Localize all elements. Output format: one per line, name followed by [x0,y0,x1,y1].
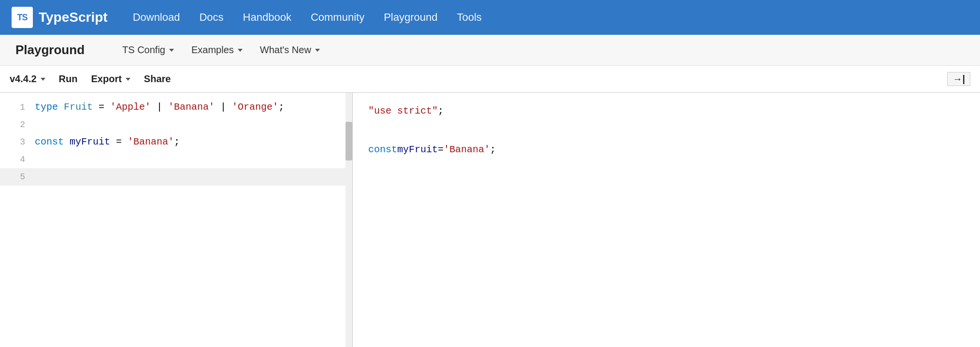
semi-2: ; [174,136,180,147]
whats-new-chevron-icon [315,49,320,52]
output-empty [368,121,374,140]
code-line-4: 4 [0,151,352,168]
code-content-1: type Fruit = 'Apple' | 'Banana' | 'Orang… [35,99,345,116]
version-selector[interactable]: v4.4.2 [10,73,45,85]
javascript-output: "use strict"; const myFruit = 'Banana'; [353,93,980,347]
whats-new-label: What's New [260,44,311,56]
keyword-const-out: const [368,140,397,159]
code-line-3: 3 const myFruit = 'Banana'; [0,133,352,151]
nav-link-docs[interactable]: Docs [199,11,223,24]
line-number-5: 5 [8,168,25,186]
logo-icon: TS [12,7,33,28]
examples-button[interactable]: Examples [183,42,251,58]
toolbar: v4.4.2 Run Export Share →| [0,66,980,93]
editor-area: 1 type Fruit = 'Apple' | 'Banana' | 'Ora… [0,93,980,347]
var-myfruit-out: myFruit [397,140,438,159]
ts-config-button[interactable]: TS Config [114,42,183,58]
scrollbar-thumb[interactable] [346,122,352,160]
code-editor[interactable]: 1 type Fruit = 'Apple' | 'Banana' | 'Ora… [0,93,352,191]
examples-label: Examples [191,44,234,56]
equals-1: = [93,101,110,113]
typescript-editor[interactable]: 1 type Fruit = 'Apple' | 'Banana' | 'Ora… [0,93,353,347]
pipe-1: | [151,101,168,113]
semi-out-1: ; [438,101,444,121]
editor-scrollbar[interactable] [346,93,352,347]
ts-config-label: TS Config [122,44,165,56]
share-button[interactable]: Share [144,72,171,87]
type-fruit: Fruit [64,101,93,113]
code-content-5 [35,168,345,186]
semi-out-2: ; [490,140,496,159]
whats-new-button[interactable]: What's New [251,42,329,58]
line-number-3: 3 [8,133,25,151]
nav-link-playground[interactable]: Playground [384,11,437,24]
keyword-type: type [35,101,64,113]
line-number-1: 1 [8,99,25,116]
ts-config-chevron-icon [169,49,174,52]
line-number-2: 2 [8,116,25,133]
logo-link[interactable]: TS TypeScript [12,7,108,28]
navbar: TS TypeScript Download Docs Handbook Com… [0,0,980,35]
examples-chevron-icon [238,49,243,52]
var-myfruit-1: myFruit [70,136,110,147]
nav-link-community[interactable]: Community [311,11,364,24]
code-line-2: 2 [0,116,352,133]
equals-2: = [110,136,128,147]
export-chevron-icon [126,78,130,81]
str-banana-1: 'Banana' [168,101,215,113]
export-button[interactable]: Export [91,73,130,85]
code-line-5: 5 [0,168,352,186]
semi-1: ; [278,101,284,113]
collapse-button[interactable]: →| [947,72,970,86]
output-line-3: const myFruit = 'Banana'; [368,140,965,159]
str-orange: 'Orange' [232,101,278,113]
equals-out: = [438,140,444,159]
subnav-title: Playground [15,43,85,58]
pipe-2: | [215,101,232,113]
str-banana-out: 'Banana' [444,140,490,159]
navbar-links: Download Docs Handbook Community Playgro… [133,11,482,24]
nav-link-handbook[interactable]: Handbook [243,11,291,24]
subnav: Playground TS Config Examples What's New [0,35,980,66]
code-content-3: const myFruit = 'Banana'; [35,133,345,151]
keyword-const-1: const [35,136,70,147]
output-line-2 [368,121,965,140]
use-strict-str: "use strict" [368,101,438,121]
brand-name: TypeScript [39,10,108,25]
code-line-1: 1 type Fruit = 'Apple' | 'Banana' | 'Ora… [0,99,352,116]
str-banana-2: 'Banana' [128,136,174,147]
output-code: "use strict"; const myFruit = 'Banana'; [368,101,965,159]
output-line-1: "use strict"; [368,101,965,121]
run-button[interactable]: Run [59,72,78,87]
code-content-4 [35,151,345,168]
nav-link-tools[interactable]: Tools [457,11,481,24]
line-number-4: 4 [8,151,25,168]
nav-link-download[interactable]: Download [133,11,180,24]
version-chevron-icon [41,78,45,81]
str-apple: 'Apple' [110,101,151,113]
code-content-2 [35,116,345,133]
